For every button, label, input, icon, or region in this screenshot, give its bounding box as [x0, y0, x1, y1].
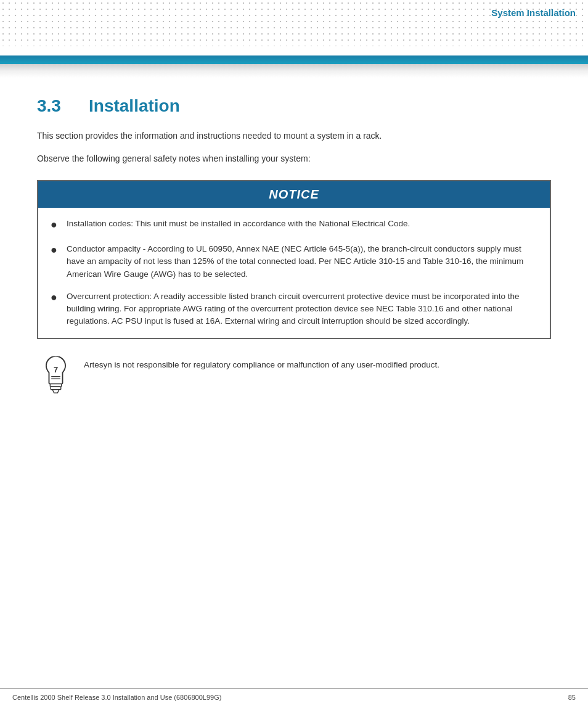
intro-paragraph-1: This section provides the information an…	[37, 129, 551, 142]
footer: Centellis 2000 Shelf Release 3.0 Install…	[0, 688, 588, 706]
footer-left: Centellis 2000 Shelf Release 3.0 Install…	[12, 694, 221, 701]
header-title: System Installation	[491, 7, 576, 18]
tip-section: 7 Artesyn is not responsible for regulat…	[37, 356, 551, 400]
notice-item-text-3: Overcurrent protection: A readily access…	[67, 290, 537, 328]
footer-right: 85	[568, 694, 576, 701]
notice-header: NOTICE	[38, 181, 550, 208]
section-title: Installation	[89, 96, 180, 116]
header-title-area: System Installation	[491, 0, 588, 18]
teal-bar	[0, 55, 588, 64]
bullet-1: ●	[51, 216, 62, 233]
svg-text:7: 7	[53, 365, 57, 374]
svg-rect-9	[50, 384, 61, 387]
notice-item-1: ● Installation codes: This unit must be …	[51, 218, 537, 233]
section-number: 3.3	[37, 96, 74, 116]
bullet-2: ●	[51, 242, 62, 258]
notice-box: NOTICE ● Installation codes: This unit m…	[37, 180, 551, 339]
notice-item-3: ● Overcurrent protection: A readily acce…	[51, 290, 537, 328]
notice-item-text-2: Conductor ampacity - According to UL 609…	[67, 243, 537, 281]
notice-item-text-1: Installation codes: This unit must be in…	[67, 218, 410, 230]
notice-body: ● Installation codes: This unit must be …	[38, 208, 550, 338]
header: System Installation	[0, 0, 588, 55]
bullet-3: ●	[51, 289, 62, 306]
intro-paragraph-2: Observe the following general safety not…	[37, 152, 551, 165]
gray-band	[0, 64, 588, 78]
lightbulb-svg: 7	[39, 356, 73, 400]
notice-item-2: ● Conductor ampacity - According to UL 6…	[51, 243, 537, 281]
tip-text: Artesyn is not responsible for regulator…	[84, 356, 439, 371]
lightbulb-icon: 7	[37, 356, 74, 400]
section-heading: 3.3 Installation	[37, 96, 551, 116]
main-content: 3.3 Installation This section provides t…	[0, 78, 588, 424]
notice-header-text: NOTICE	[269, 187, 319, 201]
